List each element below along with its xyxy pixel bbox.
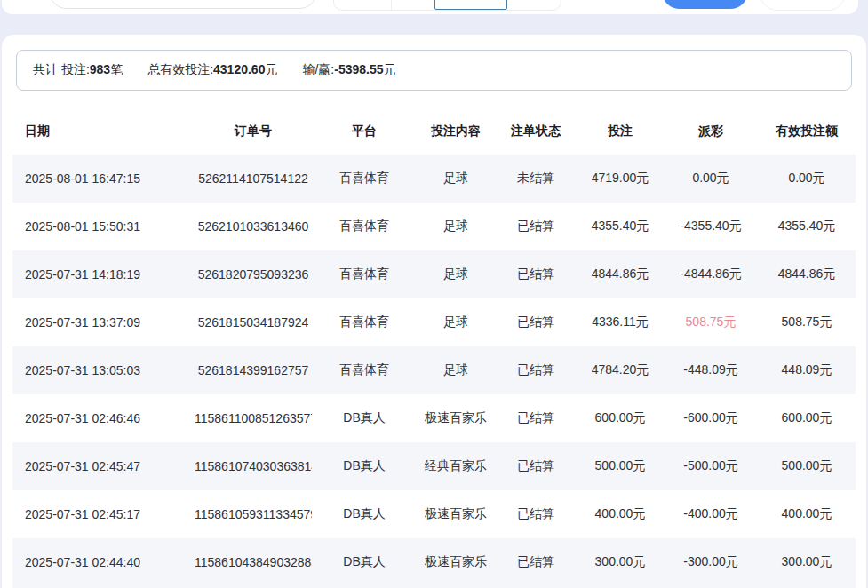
toolbar-card bbox=[2, 0, 858, 14]
cell-payout: -600.00元 bbox=[664, 410, 758, 426]
cell-status: 已结算 bbox=[495, 219, 577, 234]
cell-order-number: 5261820795093236 bbox=[195, 267, 312, 282]
table-row: 2025-07-31 13:05:03 5261814399162757 百喜体… bbox=[12, 346, 856, 394]
summary-valid-bets: 总有效投注:43120.60元 bbox=[147, 62, 277, 78]
cell-valid-amount: 508.75元 bbox=[758, 314, 856, 330]
cell-bet-amount: 300.00元 bbox=[577, 554, 664, 570]
cell-status: 已结算 bbox=[495, 410, 577, 426]
cell-date: 2025-08-01 15:50:31 bbox=[12, 219, 195, 234]
cell-payout: -400.00元 bbox=[664, 506, 758, 522]
bet-records-table: 日期 订单号 平台 投注内容 注单状态 投注 派彩 有效投注额 2025-08-… bbox=[12, 108, 856, 588]
cell-bet-amount: 600.00元 bbox=[577, 410, 664, 426]
cell-date: 2025-07-31 02:46:46 bbox=[12, 411, 195, 425]
cell-platform: 百喜体育 bbox=[312, 171, 417, 187]
table-row: 2025-08-01 15:50:31 5262101033613460 百喜体… bbox=[12, 203, 856, 250]
cell-platform: DB真人 bbox=[312, 458, 417, 474]
cell-valid-amount: 4844.86元 bbox=[758, 266, 856, 282]
date-range-segment-2[interactable] bbox=[392, 0, 435, 10]
table-header-row: 日期 订单号 平台 投注内容 注单状态 投注 派彩 有效投注额 bbox=[12, 108, 856, 155]
cell-payout: -4844.86元 bbox=[664, 266, 758, 282]
table-row: 2025-07-31 02:45:17 1158610593113345792 … bbox=[12, 490, 856, 538]
cell-bet-amount: 500.00元 bbox=[577, 458, 664, 474]
filter-input[interactable] bbox=[49, 0, 317, 9]
cell-status: 已结算 bbox=[495, 458, 577, 474]
cell-bet-content: 足球 bbox=[417, 362, 495, 378]
cell-bet-content: 极速百家乐 bbox=[417, 506, 495, 522]
cell-date: 2025-07-31 02:45:47 bbox=[12, 459, 195, 473]
column-header-content: 投注内容 bbox=[417, 123, 495, 139]
column-header-payout: 派彩 bbox=[664, 123, 758, 139]
records-card: 共计 投注:983笔 总有效投注:43120.60元 输/赢:-5398.55元… bbox=[2, 35, 866, 588]
cell-order-number: 1158610593113345792 bbox=[195, 507, 312, 521]
date-range-segment-4[interactable] bbox=[507, 0, 561, 10]
cell-payout: 508.75元 bbox=[664, 314, 758, 330]
cell-payout: -4355.40元 bbox=[664, 219, 758, 234]
cell-date: 2025-07-31 02:44:40 bbox=[12, 555, 195, 569]
cell-order-number: 5262101033613460 bbox=[195, 219, 312, 234]
cell-valid-amount: 4355.40元 bbox=[758, 219, 856, 234]
cell-status: 已结算 bbox=[495, 506, 577, 522]
cell-bet-content: 足球 bbox=[417, 219, 495, 234]
cell-status: 未结算 bbox=[495, 171, 577, 187]
search-button[interactable] bbox=[662, 0, 748, 9]
cell-bet-amount: 4784.20元 bbox=[577, 362, 664, 378]
cell-platform: DB真人 bbox=[312, 506, 417, 522]
cell-date: 2025-07-31 14:18:19 bbox=[12, 267, 195, 282]
cell-bet-content: 极速百家乐 bbox=[417, 554, 495, 570]
column-header-bet: 投注 bbox=[577, 123, 664, 139]
cell-platform: 百喜体育 bbox=[312, 266, 417, 282]
cell-bet-amount: 4355.40元 bbox=[577, 219, 664, 234]
cell-platform: 百喜体育 bbox=[312, 314, 417, 330]
column-header-order: 订单号 bbox=[195, 123, 312, 139]
cell-platform: DB真人 bbox=[312, 554, 417, 570]
cell-bet-amount: 400.00元 bbox=[577, 506, 664, 522]
cell-order-number: 5261814399162757 bbox=[195, 363, 312, 377]
cell-bet-content: 足球 bbox=[417, 171, 495, 187]
cell-payout: -500.00元 bbox=[664, 458, 758, 474]
cell-valid-amount: 448.09元 bbox=[758, 362, 856, 378]
cell-bet-amount: 4844.86元 bbox=[577, 266, 664, 282]
cell-payout: -300.00元 bbox=[664, 554, 758, 570]
cell-platform: DB真人 bbox=[312, 410, 417, 426]
table-row: 2025-08-01 16:47:15 5262114107514122 百喜体… bbox=[12, 155, 856, 203]
cell-valid-amount: 300.00元 bbox=[758, 554, 856, 570]
table-row: 2025-07-31 02:46:46 1158611008512635776 … bbox=[12, 394, 856, 442]
cell-valid-amount: 600.00元 bbox=[758, 410, 856, 426]
summary-win-loss: 输/赢:-5398.55元 bbox=[302, 62, 395, 78]
cell-bet-content: 足球 bbox=[417, 266, 495, 282]
cell-status: 已结算 bbox=[495, 314, 577, 330]
cell-valid-amount: 500.00元 bbox=[758, 458, 856, 474]
column-header-valid: 有效投注额 bbox=[758, 123, 856, 139]
cell-status: 已结算 bbox=[495, 266, 577, 282]
page-background: { "colors": { "accent_button": "#4789f3"… bbox=[0, 0, 868, 588]
column-header-status: 注单状态 bbox=[495, 123, 577, 139]
cell-date: 2025-07-31 02:45:17 bbox=[12, 507, 195, 521]
cell-payout: 0.00元 bbox=[664, 171, 758, 187]
date-range-segment-group bbox=[333, 0, 561, 11]
cell-date: 2025-08-01 16:47:15 bbox=[12, 171, 195, 186]
date-range-segment-1[interactable] bbox=[334, 0, 392, 10]
table-row: 2025-07-31 02:44:40 1158610438490328832 … bbox=[12, 538, 856, 586]
cell-date: 2025-07-31 13:05:03 bbox=[12, 363, 195, 377]
cell-date: 2025-07-31 13:37:09 bbox=[12, 315, 195, 330]
table-body: 2025-08-01 16:47:15 5262114107514122 百喜体… bbox=[12, 155, 856, 586]
column-header-date: 日期 bbox=[12, 123, 195, 139]
reset-button[interactable] bbox=[760, 0, 846, 11]
cell-bet-amount: 4719.00元 bbox=[577, 171, 664, 187]
cell-platform: 百喜体育 bbox=[312, 219, 417, 234]
cell-order-number: 5262114107514122 bbox=[195, 171, 312, 186]
cell-status: 已结算 bbox=[495, 554, 577, 570]
table-row: 2025-07-31 13:37:09 5261815034187924 百喜体… bbox=[12, 298, 856, 346]
table-row: 2025-07-31 02:45:47 1158610740303638144 … bbox=[12, 442, 856, 490]
cell-bet-amount: 4336.11元 bbox=[577, 314, 664, 330]
cell-platform: 百喜体育 bbox=[312, 362, 417, 378]
date-range-segment-3-active[interactable] bbox=[434, 0, 507, 10]
summary-bar: 共计 投注:983笔 总有效投注:43120.60元 输/赢:-5398.55元 bbox=[16, 50, 852, 91]
cell-order-number: 1158610740303638144 bbox=[195, 459, 312, 473]
cell-valid-amount: 400.00元 bbox=[758, 506, 856, 522]
cell-bet-content: 经典百家乐 bbox=[417, 458, 495, 474]
cell-valid-amount: 0.00元 bbox=[758, 171, 856, 187]
cell-order-number: 5261815034187924 bbox=[195, 315, 312, 330]
cell-order-number: 1158610438490328832 bbox=[195, 555, 312, 569]
summary-total-bets: 共计 投注:983笔 bbox=[33, 62, 123, 78]
